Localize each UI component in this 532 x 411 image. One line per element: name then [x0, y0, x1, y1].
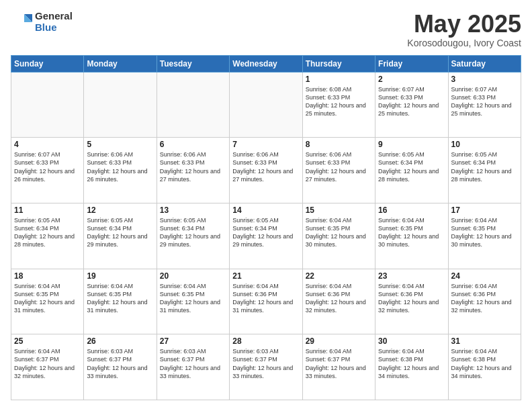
calendar-cell: 14Sunrise: 6:05 AM Sunset: 6:34 PM Dayli… — [230, 203, 302, 269]
calendar-cell: 22Sunrise: 6:04 AM Sunset: 6:36 PM Dayli… — [302, 269, 375, 334]
cell-content: Sunrise: 6:04 AM Sunset: 6:35 PM Dayligh… — [14, 282, 81, 315]
cell-content: Sunrise: 6:04 AM Sunset: 6:37 PM Dayligh… — [14, 347, 81, 380]
cell-content: Sunrise: 6:05 AM Sunset: 6:34 PM Dayligh… — [14, 216, 81, 249]
cell-content: Sunrise: 6:04 AM Sunset: 6:35 PM Dayligh… — [87, 282, 153, 315]
weekday-header: Sunday — [11, 55, 84, 72]
cell-content: Sunrise: 6:06 AM Sunset: 6:33 PM Dayligh… — [232, 150, 299, 183]
cell-content: Sunrise: 6:05 AM Sunset: 6:34 PM Dayligh… — [160, 216, 226, 249]
day-number: 24 — [451, 271, 518, 281]
cell-content: Sunrise: 6:04 AM Sunset: 6:36 PM Dayligh… — [306, 282, 372, 315]
cell-content: Sunrise: 6:04 AM Sunset: 6:35 PM Dayligh… — [451, 216, 518, 249]
calendar-cell: 21Sunrise: 6:04 AM Sunset: 6:36 PM Dayli… — [230, 269, 302, 334]
calendar-cell: 6Sunrise: 6:06 AM Sunset: 6:33 PM Daylig… — [157, 138, 229, 203]
day-number: 29 — [306, 336, 372, 346]
cell-content: Sunrise: 6:05 AM Sunset: 6:34 PM Dayligh… — [378, 150, 445, 183]
weekday-header: Saturday — [448, 55, 521, 72]
cell-content: Sunrise: 6:04 AM Sunset: 6:36 PM Dayligh… — [451, 282, 518, 315]
calendar-cell: 15Sunrise: 6:04 AM Sunset: 6:35 PM Dayli… — [302, 203, 375, 269]
logo-blue: Blue — [35, 22, 73, 34]
cell-content: Sunrise: 6:03 AM Sunset: 6:37 PM Dayligh… — [160, 347, 226, 380]
calendar-cell: 18Sunrise: 6:04 AM Sunset: 6:35 PM Dayli… — [11, 269, 84, 334]
calendar-week-row: 25Sunrise: 6:04 AM Sunset: 6:37 PM Dayli… — [11, 334, 521, 400]
calendar-week-row: 4Sunrise: 6:07 AM Sunset: 6:33 PM Daylig… — [11, 138, 521, 203]
calendar-cell: 13Sunrise: 6:05 AM Sunset: 6:34 PM Dayli… — [157, 203, 229, 269]
cell-content: Sunrise: 6:06 AM Sunset: 6:33 PM Dayligh… — [87, 150, 153, 183]
day-number: 20 — [160, 271, 226, 281]
calendar-cell: 27Sunrise: 6:03 AM Sunset: 6:37 PM Dayli… — [157, 334, 229, 400]
day-number: 28 — [232, 336, 299, 346]
day-number: 6 — [160, 140, 226, 149]
day-number: 19 — [87, 271, 153, 281]
cell-content: Sunrise: 6:04 AM Sunset: 6:38 PM Dayligh… — [378, 347, 445, 380]
title-block: May 2025 Korosodougou, Ivory Coast — [407, 11, 521, 48]
cell-content: Sunrise: 6:03 AM Sunset: 6:37 PM Dayligh… — [232, 347, 299, 380]
day-number: 13 — [160, 205, 226, 215]
day-number: 18 — [14, 271, 81, 281]
day-number: 16 — [378, 205, 445, 215]
calendar-cell: 23Sunrise: 6:04 AM Sunset: 6:36 PM Dayli… — [375, 269, 448, 334]
weekday-header: Wednesday — [230, 55, 302, 72]
calendar-cell: 16Sunrise: 6:04 AM Sunset: 6:35 PM Dayli… — [375, 203, 448, 269]
logo-text: General Blue — [35, 11, 73, 33]
calendar-cell: 2Sunrise: 6:07 AM Sunset: 6:33 PM Daylig… — [375, 72, 448, 138]
cell-content: Sunrise: 6:05 AM Sunset: 6:34 PM Dayligh… — [87, 216, 153, 249]
day-number: 27 — [160, 336, 226, 346]
cell-content: Sunrise: 6:05 AM Sunset: 6:34 PM Dayligh… — [232, 216, 299, 249]
calendar-cell: 28Sunrise: 6:03 AM Sunset: 6:37 PM Dayli… — [230, 334, 302, 400]
day-number: 11 — [14, 205, 81, 215]
calendar-cell: 4Sunrise: 6:07 AM Sunset: 6:33 PM Daylig… — [11, 138, 84, 203]
calendar-cell: 31Sunrise: 6:04 AM Sunset: 6:38 PM Dayli… — [448, 334, 521, 400]
cell-content: Sunrise: 6:04 AM Sunset: 6:36 PM Dayligh… — [232, 282, 299, 315]
calendar-cell: 30Sunrise: 6:04 AM Sunset: 6:38 PM Dayli… — [375, 334, 448, 400]
day-number: 23 — [378, 271, 445, 281]
cell-content: Sunrise: 6:04 AM Sunset: 6:35 PM Dayligh… — [306, 216, 372, 249]
calendar-cell: 5Sunrise: 6:06 AM Sunset: 6:33 PM Daylig… — [84, 138, 157, 203]
day-number: 14 — [232, 205, 299, 215]
day-number: 30 — [378, 336, 445, 346]
cell-content: Sunrise: 6:04 AM Sunset: 6:36 PM Dayligh… — [378, 282, 445, 315]
calendar-cell: 24Sunrise: 6:04 AM Sunset: 6:36 PM Dayli… — [448, 269, 521, 334]
cell-content: Sunrise: 6:07 AM Sunset: 6:33 PM Dayligh… — [14, 150, 81, 183]
calendar-cell: 9Sunrise: 6:05 AM Sunset: 6:34 PM Daylig… — [375, 138, 448, 203]
calendar-cell: 19Sunrise: 6:04 AM Sunset: 6:35 PM Dayli… — [84, 269, 157, 334]
header: General Blue May 2025 Korosodougou, Ivor… — [11, 11, 521, 48]
calendar-cell: 8Sunrise: 6:06 AM Sunset: 6:33 PM Daylig… — [302, 138, 375, 203]
calendar-cell — [157, 72, 229, 138]
weekday-header: Friday — [375, 55, 448, 72]
day-number: 15 — [306, 205, 372, 215]
day-number: 2 — [378, 75, 445, 84]
calendar-header-row: SundayMondayTuesdayWednesdayThursdayFrid… — [11, 55, 521, 72]
cell-content: Sunrise: 6:08 AM Sunset: 6:33 PM Dayligh… — [306, 85, 372, 118]
day-number: 1 — [306, 75, 372, 84]
day-number: 9 — [378, 140, 445, 149]
cell-content: Sunrise: 6:04 AM Sunset: 6:35 PM Dayligh… — [160, 282, 226, 315]
cell-content: Sunrise: 6:05 AM Sunset: 6:34 PM Dayligh… — [451, 150, 518, 183]
day-number: 5 — [87, 140, 153, 149]
calendar-cell: 1Sunrise: 6:08 AM Sunset: 6:33 PM Daylig… — [302, 72, 375, 138]
cell-content: Sunrise: 6:07 AM Sunset: 6:33 PM Dayligh… — [451, 85, 518, 118]
calendar-cell — [230, 72, 302, 138]
day-number: 25 — [14, 336, 81, 346]
calendar-cell: 3Sunrise: 6:07 AM Sunset: 6:33 PM Daylig… — [448, 72, 521, 138]
calendar-week-row: 18Sunrise: 6:04 AM Sunset: 6:35 PM Dayli… — [11, 269, 521, 334]
calendar-cell: 29Sunrise: 6:04 AM Sunset: 6:37 PM Dayli… — [302, 334, 375, 400]
day-number: 31 — [451, 336, 518, 346]
calendar-cell: 10Sunrise: 6:05 AM Sunset: 6:34 PM Dayli… — [448, 138, 521, 203]
weekday-header: Tuesday — [157, 55, 229, 72]
calendar-cell — [11, 72, 84, 138]
cell-content: Sunrise: 6:07 AM Sunset: 6:33 PM Dayligh… — [378, 85, 445, 118]
logo-general: General — [35, 11, 73, 22]
logo: General Blue — [11, 11, 73, 33]
calendar-week-row: 11Sunrise: 6:05 AM Sunset: 6:34 PM Dayli… — [11, 203, 521, 269]
calendar-cell: 20Sunrise: 6:04 AM Sunset: 6:35 PM Dayli… — [157, 269, 229, 334]
calendar-cell: 17Sunrise: 6:04 AM Sunset: 6:35 PM Dayli… — [448, 203, 521, 269]
title-location: Korosodougou, Ivory Coast — [407, 38, 521, 48]
day-number: 21 — [232, 271, 299, 281]
calendar-cell: 12Sunrise: 6:05 AM Sunset: 6:34 PM Dayli… — [84, 203, 157, 269]
day-number: 10 — [451, 140, 518, 149]
cell-content: Sunrise: 6:04 AM Sunset: 6:38 PM Dayligh… — [451, 347, 518, 380]
day-number: 22 — [306, 271, 372, 281]
calendar-cell: 7Sunrise: 6:06 AM Sunset: 6:33 PM Daylig… — [230, 138, 302, 203]
weekday-header: Thursday — [302, 55, 375, 72]
day-number: 7 — [232, 140, 299, 149]
